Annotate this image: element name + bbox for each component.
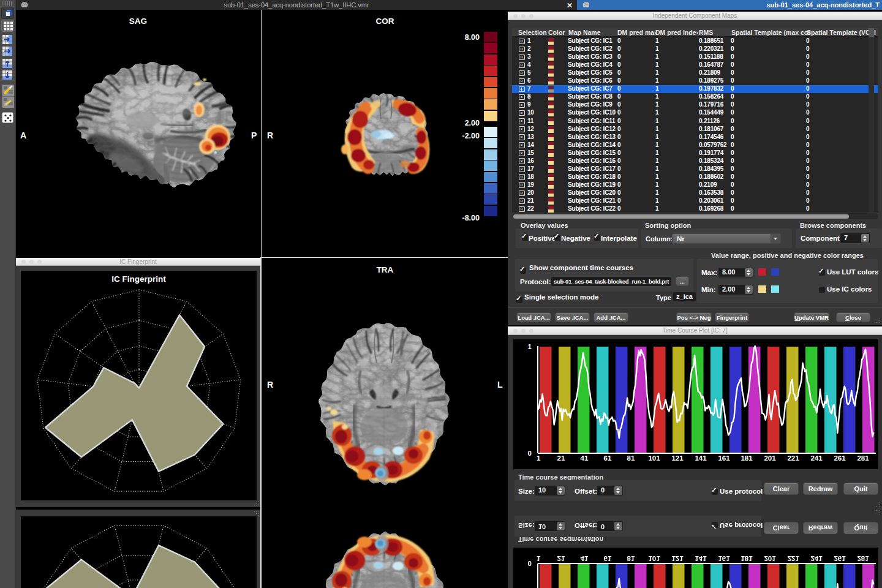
svg-text:21: 21 [557, 555, 565, 562]
svg-text:281: 281 [857, 454, 869, 462]
svg-text:121: 121 [671, 454, 684, 462]
svg-text:221: 221 [787, 555, 799, 562]
svg-text:101: 101 [648, 454, 660, 462]
svg-text:1: 1 [537, 555, 541, 562]
svg-text:61: 61 [604, 454, 612, 462]
svg-text:101: 101 [648, 555, 660, 562]
svg-text:61: 61 [604, 555, 612, 562]
svg-text:261: 261 [834, 555, 846, 562]
svg-text:0: 0 [528, 560, 532, 567]
svg-text:161: 161 [718, 555, 730, 562]
svg-text:81: 81 [627, 555, 635, 562]
svg-text:161: 161 [718, 454, 730, 462]
svg-text:1: 1 [537, 454, 541, 462]
svg-text:201: 201 [764, 454, 776, 462]
svg-text:261: 261 [834, 454, 846, 462]
svg-text:0: 0 [528, 450, 532, 457]
svg-text:41: 41 [581, 555, 589, 562]
svg-text:21: 21 [557, 454, 565, 462]
svg-text:121: 121 [671, 555, 684, 562]
svg-text:141: 141 [695, 454, 707, 462]
svg-text:181: 181 [741, 555, 753, 562]
svg-text:141: 141 [695, 555, 707, 562]
svg-text:221: 221 [787, 454, 799, 462]
svg-text:281: 281 [857, 555, 869, 562]
svg-text:201: 201 [764, 555, 776, 562]
svg-text:181: 181 [741, 454, 753, 462]
svg-text:241: 241 [810, 454, 823, 462]
svg-text:1: 1 [528, 343, 532, 350]
svg-text:81: 81 [627, 454, 635, 462]
svg-text:241: 241 [810, 555, 823, 562]
svg-text:41: 41 [581, 454, 589, 462]
